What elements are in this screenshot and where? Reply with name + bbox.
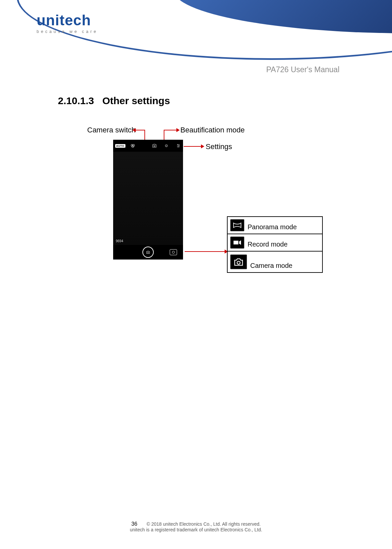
footer-trademark: unitech is a registered trademark of uni… [0, 527, 392, 532]
svg-point-12 [178, 146, 178, 147]
section-title: Other settings [102, 95, 170, 106]
resolution-text: 9694 [116, 239, 123, 243]
logo-tagline: because we care [37, 29, 98, 34]
legend-label-record: Record mode [248, 241, 288, 250]
svg-point-16 [237, 261, 240, 264]
svg-marker-15 [239, 240, 241, 245]
camera-bottom-bar [113, 245, 183, 260]
shutter-button[interactable] [142, 247, 154, 258]
camera-mode-icon [230, 255, 247, 269]
label-settings: Settings [206, 142, 232, 151]
camera-switch-icon[interactable] [152, 143, 157, 148]
panorama-mode-icon [230, 219, 244, 231]
svg-point-6 [167, 145, 167, 146]
filter-icon[interactable] [130, 143, 135, 148]
beautification-icon[interactable] [164, 143, 169, 148]
label-beautification-mode: Beautification mode [180, 126, 245, 134]
camera-top-bar: AUTO [113, 140, 183, 152]
svg-point-13 [147, 252, 149, 253]
logo-wordmark: unitech [37, 12, 98, 29]
svg-point-3 [154, 145, 155, 147]
record-mode-icon [230, 237, 244, 249]
section-number: 2.10.1.3 [58, 95, 94, 106]
page-number: 36 [131, 521, 137, 527]
camera-icon [146, 250, 150, 255]
svg-rect-14 [234, 241, 239, 244]
svg-point-10 [179, 145, 179, 146]
legend-row-camera: Camera mode [228, 252, 322, 272]
legend-row-panorama: Panorama mode [228, 217, 322, 234]
camera-mode-switch-icon[interactable] [170, 249, 177, 255]
phone-screenshot: AUTO 9694 [113, 140, 183, 260]
svg-point-5 [166, 145, 166, 146]
legend-label-camera: Camera mode [250, 262, 293, 271]
svg-point-8 [177, 144, 178, 145]
svg-point-4 [165, 145, 168, 147]
footer: 36 © 2018 unitech Electronics Co., Ltd. … [0, 521, 392, 532]
label-camera-switch: Camera switch [87, 126, 135, 134]
logo-block: unitech because we care [37, 12, 98, 34]
document-title: PA726 User's Manual [266, 65, 339, 74]
auto-badge[interactable]: AUTO [115, 144, 125, 148]
viewfinder: 9694 [113, 152, 183, 245]
section-heading: 2.10.1.3 Other settings [58, 95, 170, 106]
legend-label-panorama: Panorama mode [248, 223, 297, 232]
legend-row-record: Record mode [228, 234, 322, 252]
footer-copyright: © 2018 unitech Electronics Co., Ltd. All… [147, 521, 261, 527]
mode-legend: Panorama mode Record mode Camera mode [227, 216, 323, 273]
settings-slider-icon[interactable] [176, 143, 181, 148]
